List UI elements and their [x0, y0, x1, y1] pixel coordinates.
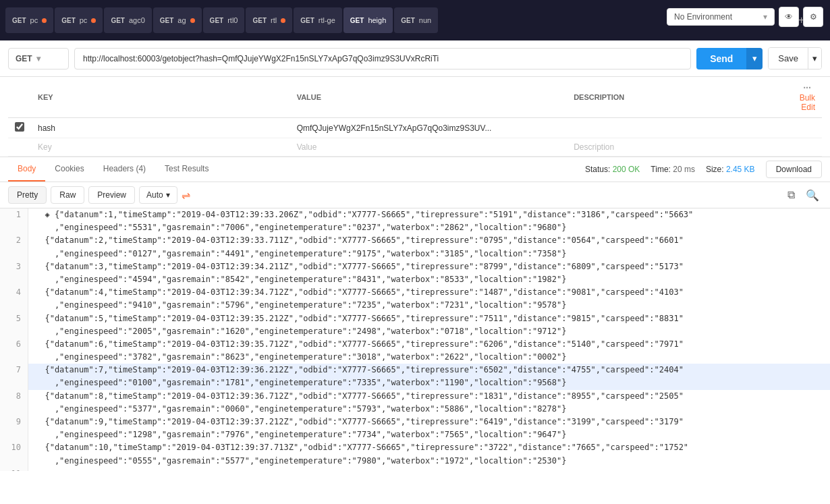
line-number: 2	[0, 234, 28, 247]
json-line: ,"enginespeed":"1298","gasremain":"7976"…	[0, 428, 830, 441]
tab-label: pc	[30, 16, 38, 24]
eye-icon-button[interactable]: 👁	[779, 7, 799, 27]
json-line: ,"enginespeed":"0100","gasremain":"1781"…	[0, 376, 830, 389]
line-number: 1	[0, 208, 28, 221]
line-content: ,"enginespeed":"4594","gasremain":"8542"…	[28, 273, 830, 286]
tab-cookies[interactable]: Cookies	[45, 157, 93, 181]
line-content: {"datanum":4,"timeStamp":"2019-04-03T12:…	[28, 286, 830, 299]
send-button-group: Send ▾	[696, 48, 763, 69]
line-content: ,"enginespeed":"9410","gasremain":"5796"…	[28, 299, 830, 312]
line-number	[0, 299, 28, 312]
json-line: ,"enginespeed":"0127","gasremain":"4491"…	[0, 248, 830, 260]
tab-label: pc	[80, 16, 88, 24]
actions-header: ··· Bulk Edit	[793, 77, 822, 118]
json-line: ,"enginespeed":"9410","gasremain":"5796"…	[0, 299, 830, 312]
pretty-button[interactable]: Pretty	[8, 186, 47, 204]
tab-tab8[interactable]: GETheigh	[343, 7, 393, 33]
line-number: 7	[0, 364, 28, 376]
row-checkbox[interactable]	[15, 122, 24, 132]
tab-tab7[interactable]: GETrtl-ge	[294, 7, 342, 33]
key-placeholder[interactable]: Key	[31, 138, 290, 157]
body-toolbar: Pretty Raw Preview Auto ▾ ⇌ ⧉ 🔍	[0, 182, 830, 208]
row-actions	[793, 118, 822, 138]
tab-headers[interactable]: Headers (4)	[94, 157, 155, 181]
tab-method: GET	[61, 17, 76, 24]
size-value: 2.45 KB	[726, 165, 755, 174]
desc-header: DESCRIPTION	[567, 77, 793, 118]
preview-button[interactable]: Preview	[88, 186, 135, 204]
bulk-edit-button[interactable]: Bulk Edit	[800, 93, 815, 112]
params-section: KEY VALUE DESCRIPTION ··· Bulk Edit hash…	[0, 77, 830, 157]
send-dropdown-button[interactable]: ▾	[746, 48, 763, 69]
send-button[interactable]: Send	[696, 48, 746, 69]
tab-method: GET	[12, 17, 26, 24]
line-content: {"datanum":2,"timeStamp":"2019-04-03T12:…	[28, 234, 830, 247]
line-content: ▲	[28, 468, 830, 471]
tab-tab9[interactable]: GETnun	[394, 7, 438, 33]
json-line: 7 {"datanum":7,"timeStamp":"2019-04-03T1…	[0, 364, 830, 376]
tab-method: GET	[350, 17, 364, 24]
settings-icon-button[interactable]: ⚙	[803, 7, 823, 27]
tab-tab2[interactable]: GETpc	[55, 7, 103, 33]
value-cell: QmfQJujeYWgX2Fn15nSLY7xApG7qQo3imz9S3UV.…	[290, 118, 568, 138]
checkbox-header	[8, 77, 31, 118]
raw-button[interactable]: Raw	[51, 186, 84, 204]
line-number	[0, 428, 28, 441]
value-placeholder[interactable]: Value	[290, 138, 568, 157]
tab-method: GET	[160, 17, 174, 24]
format-selector[interactable]: Auto ▾	[139, 186, 177, 204]
wrap-icon[interactable]: ⇌	[182, 189, 190, 202]
tab-method: GET	[300, 17, 314, 24]
line-number	[0, 455, 28, 468]
line-content: ,"enginespeed":"0127","gasremain":"4491"…	[28, 248, 830, 260]
tab-tab5[interactable]: GETrtl0	[203, 7, 245, 33]
json-line: ,"enginespeed":"5531","gasremain":"7006"…	[0, 221, 830, 234]
line-content: {"datanum":6,"timeStamp":"2019-04-03T12:…	[28, 338, 830, 351]
json-line: 1 ◈ {"datanum":1,"timeStamp":"2019-04-03…	[0, 208, 830, 221]
json-line: 2 {"datanum":2,"timeStamp":"2019-04-03T1…	[0, 234, 830, 247]
tab-tab3[interactable]: GETagc0	[104, 7, 151, 33]
line-number: 8	[0, 390, 28, 403]
save-dropdown-button[interactable]: ▾	[808, 48, 821, 69]
tab-method: GET	[252, 17, 267, 24]
line-content: ,"enginespeed":"5377","gasremain":"0060"…	[28, 403, 830, 416]
table-row-empty: Key Value Description	[8, 138, 822, 157]
search-icon[interactable]: 🔍	[803, 188, 822, 203]
method-selector[interactable]: GET ▾	[8, 48, 69, 69]
download-button[interactable]: Download	[766, 161, 822, 178]
line-content: ,"enginespeed":"0100","gasremain":"1781"…	[28, 376, 830, 389]
status-label: Status: 200 OK	[585, 165, 640, 174]
line-content: {"datanum":8,"timeStamp":"2019-04-03T12:…	[28, 390, 830, 403]
line-content: ,"enginespeed":"2005","gasremain":"1620"…	[28, 325, 830, 338]
json-line: ,"enginespeed":"3782","gasremain":"8623"…	[0, 351, 830, 364]
tab-tab4[interactable]: GETag	[153, 7, 202, 33]
method-chevron-icon: ▾	[36, 54, 40, 63]
line-number	[0, 325, 28, 338]
line-content: {"datanum":9,"timeStamp":"2019-04-03T12:…	[28, 416, 830, 428]
tab-body[interactable]: Body	[8, 157, 45, 181]
tab-label: rtl-ge	[319, 16, 335, 24]
tab-label: agc0	[129, 16, 145, 24]
tab-test-results[interactable]: Test Results	[155, 157, 218, 181]
line-number: 4	[0, 286, 28, 299]
save-button[interactable]: Save	[769, 48, 808, 69]
json-line: 4 {"datanum":4,"timeStamp":"2019-04-03T1…	[0, 286, 830, 299]
tab-method: GET	[111, 17, 125, 24]
key-cell: hash	[31, 118, 290, 138]
url-input[interactable]	[74, 48, 691, 69]
environment-selector[interactable]: No Environment ▾	[667, 8, 775, 26]
line-number	[0, 376, 28, 389]
tab-tab6[interactable]: GETrtl	[246, 7, 292, 33]
line-number	[0, 351, 28, 364]
copy-icon[interactable]: ⧉	[785, 188, 798, 203]
line-content: {"datanum":7,"timeStamp":"2019-04-03T12:…	[28, 364, 830, 376]
line-number: 3	[0, 260, 28, 273]
line-number: 11	[0, 468, 28, 471]
tab-tab1[interactable]: GETpc	[5, 7, 53, 33]
json-line: ,"enginespeed":"0555","gasremain":"5577"…	[0, 455, 830, 468]
json-line: ,"enginespeed":"5377","gasremain":"0060"…	[0, 403, 830, 416]
line-number: 10	[0, 441, 28, 454]
line-number	[0, 248, 28, 260]
tab-dot	[281, 18, 285, 23]
more-options-button[interactable]: ···	[803, 82, 811, 93]
